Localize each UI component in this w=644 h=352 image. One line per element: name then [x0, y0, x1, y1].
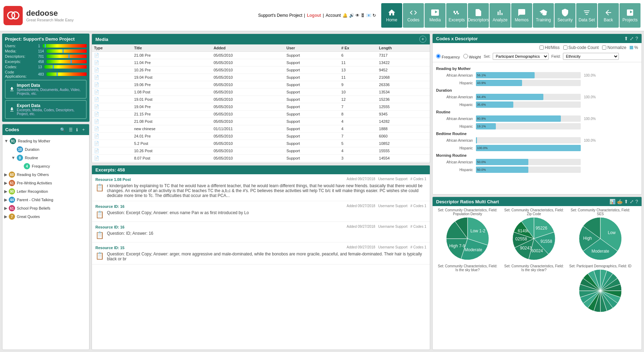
media-user: Support	[284, 125, 339, 133]
media-added: 05/05/2010	[211, 140, 284, 147]
weight-radio-label[interactable]: Weight	[463, 54, 481, 59]
code-item[interactable]: ▶ 44 Parent - Child Talking	[4, 196, 87, 204]
codes-filter-btn[interactable]: ☰	[68, 127, 73, 133]
nav-analyze[interactable]: Analyze	[490, 3, 511, 28]
cd-bar-label: African American	[436, 160, 475, 164]
frequency-radio[interactable]	[436, 54, 441, 58]
nav-training[interactable]: Training	[533, 3, 554, 28]
export-button[interactable]: Export Data Excerpts, Media, Codes, Desc…	[5, 100, 87, 119]
table-row[interactable]: 📄 new chinese 01/11/2011 Support 4 1888	[92, 125, 430, 133]
code-expand-icon[interactable]: ▶	[4, 181, 7, 185]
table-row[interactable]: 📄 11.04 Pre 05/05/2010 Support 11 13422	[92, 59, 430, 66]
code-expand-icon[interactable]: ▶	[4, 206, 7, 211]
code-expand-icon[interactable]: ▶	[4, 197, 7, 202]
code-bullet: 7	[9, 213, 15, 220]
code-item[interactable]: ▶ 61 School Prep Beliefs	[4, 204, 87, 212]
table-row[interactable]: 📄 19.04 Pre 05/05/2010 Support 7 12555	[92, 103, 430, 111]
pie-item: Set: Community Characteristics, Field: S…	[569, 208, 632, 261]
table-row[interactable]: 📄 1.08 Post 05/05/2010 Support 10 13534	[92, 89, 430, 96]
pie-chart: LowModerateHigh	[578, 216, 623, 261]
set-select[interactable]: Participant Demographics	[493, 53, 549, 60]
cd-expand-btn[interactable]: ⤢	[630, 36, 634, 41]
code-item[interactable]: ▶ 7 Great Quotes	[4, 212, 87, 221]
codes-info-btn[interactable]: ℹ	[75, 127, 79, 133]
code-expand-icon[interactable]: ▶	[4, 172, 7, 177]
code-label: Reading by Mother	[18, 139, 50, 143]
nav-excerpts[interactable]: Excerpts	[446, 3, 467, 28]
hitmiss-checkbox[interactable]	[540, 45, 544, 50]
code-item[interactable]: ▶ 60 Reading by Others	[4, 170, 87, 179]
nav-back[interactable]: Back	[598, 3, 619, 28]
media-added: 05/05/2010	[211, 147, 284, 155]
dc-expand-btn[interactable]: ⤢	[630, 199, 634, 204]
nav-dataset[interactable]: Data Set	[576, 3, 597, 28]
nav-descriptors[interactable]: Descriptors	[468, 3, 489, 28]
nav-memos[interactable]: Memos	[511, 3, 532, 28]
cd-help-btn[interactable]: ?	[635, 36, 638, 41]
media-scroll[interactable]: TypeTitleAddedUser# ExLength 📄 21.08 Pre…	[92, 44, 430, 163]
code-expand-icon[interactable]: ▼	[11, 155, 15, 160]
dc-pie-btn[interactable]: 🥧	[617, 199, 623, 204]
normalize-checkbox[interactable]	[602, 45, 606, 50]
media-add-btn[interactable]: +	[419, 36, 426, 43]
media-title: Media	[95, 37, 419, 42]
code-expand-icon[interactable]: ▼	[4, 139, 8, 143]
nav-codes[interactable]: Codes	[403, 3, 424, 28]
code-item[interactable]: 10 Duration	[4, 145, 87, 154]
code-item[interactable]: ▶ 61 Pre-Writing Activities	[4, 179, 87, 187]
nav-home[interactable]: Home	[381, 3, 402, 28]
table-row[interactable]: 📄 21.08 Pre 05/05/2010 Support 6 7317	[92, 52, 430, 59]
code-expand-icon[interactable]: ▶	[4, 214, 7, 219]
list-item[interactable]: Resource 1.08 Post Added 09/27/2018 User…	[92, 174, 430, 201]
cd-upload-btn[interactable]: ⬆	[624, 36, 628, 41]
media-header: Media +	[92, 34, 430, 44]
excerpt-resource: Resource 1.08 Post	[95, 177, 131, 182]
table-row[interactable]: 📄 21.15 Pre 05/05/2010 Support 8 9345	[92, 111, 430, 118]
cd-body[interactable]: Reading by MotherAfrican American 56.1% …	[433, 62, 642, 192]
nav-projects[interactable]: Projects	[620, 3, 641, 28]
doc-icon: 📄	[94, 60, 99, 65]
code-item[interactable]: ▼ 91 Reading by Mother	[4, 137, 87, 145]
dc-chart-btn[interactable]: 📊	[609, 199, 615, 204]
table-row[interactable]: 📄 24.01 Pre 05/05/2010 Support 7 6060	[92, 133, 430, 140]
code-item[interactable]: ▼ 9 Routine	[4, 154, 87, 162]
list-item[interactable]: Resource ID: 16 Added 09/27/2018 Usernam…	[92, 201, 430, 222]
cd-bar-inner: 56.1%	[476, 72, 535, 78]
field-select[interactable]: Ethnicity	[563, 53, 619, 60]
table-row[interactable]: 📄 19.06 Pre 05/05/2010 Support 9 26336	[92, 81, 430, 89]
nav-security[interactable]: Security	[555, 3, 576, 28]
import-button[interactable]: Import Data Spreadsheets, Documents, Aud…	[5, 80, 87, 99]
table-row[interactable]: 📄 5.2 Post 05/05/2010 Support 5 10852	[92, 140, 430, 147]
codes-add-btn[interactable]: ＋	[81, 126, 86, 133]
logout-link[interactable]: Logout	[307, 13, 321, 18]
media-title: 24.01 Pre	[132, 133, 212, 140]
code-expand-icon[interactable]: ▶	[4, 189, 7, 194]
list-item[interactable]: Resource ID: 16 Added 09/27/2018 Usernam…	[92, 222, 430, 242]
nav-media[interactable]: Media	[425, 3, 446, 28]
code-item[interactable]: 4 Frequency	[4, 162, 87, 170]
code-item[interactable]: ▶ 90 Letter Recognition	[4, 187, 87, 196]
media-ex-count: 4	[339, 125, 377, 133]
cd-bar-inner: 35.6%	[476, 101, 513, 108]
table-row[interactable]: 📄 8.07 Post 05/05/2010 Support 3 14554	[92, 155, 430, 162]
dc-help-btn[interactable]: ?	[635, 199, 638, 204]
excerpt-scroll[interactable]: Resource 1.08 Post Added 09/27/2018 User…	[92, 174, 430, 347]
table-row[interactable]: 📄 21.08 Post 05/05/2010 Support 4 14282	[92, 118, 430, 125]
weight-radio[interactable]	[463, 54, 468, 58]
app-name: dedoose	[26, 9, 74, 18]
frequency-radio-label[interactable]: Frequency	[436, 54, 460, 59]
table-row[interactable]: 📄 19.04 Post 05/05/2010 Support 11 21068	[92, 74, 430, 81]
media-ex-count: 4	[339, 118, 377, 125]
doc-icon: 📄	[94, 134, 99, 139]
list-item[interactable]: Resource ID: 15 Added 09/27/2018 Usernam…	[92, 242, 430, 265]
subcode-checkbox[interactable]	[563, 45, 567, 50]
left-panel: Project: Support's Demo Project Users: 1…	[2, 34, 89, 350]
table-row[interactable]: 📄 23.02 Post 05/05/2010 Support 3 13123	[92, 162, 430, 163]
cd-bar-row: Hispanic 100.0%	[436, 145, 621, 151]
codes-search-btn[interactable]: 🔍	[59, 127, 66, 133]
table-row[interactable]: 📄 19.01 Post 05/05/2010 Support 12 15236	[92, 96, 430, 103]
cd-bar-inner	[476, 137, 477, 143]
table-row[interactable]: 📄 10.26 Pre 05/05/2010 Support 13 9452	[92, 66, 430, 74]
dc-upload-btn[interactable]: ⬆	[624, 199, 628, 204]
table-row[interactable]: 📄 10.26 Post 05/05/2010 Support 4 15555	[92, 147, 430, 155]
